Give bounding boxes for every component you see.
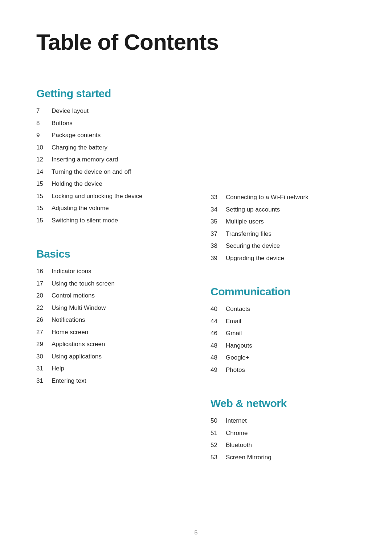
page-number: 17 bbox=[36, 279, 52, 288]
list-item: 52 Bluetooth bbox=[211, 440, 356, 450]
page-number: 40 bbox=[211, 304, 226, 314]
page-number: 30 bbox=[36, 352, 52, 361]
section-title-communication: Communication bbox=[211, 286, 356, 298]
page-number: 31 bbox=[36, 364, 52, 373]
toc-list-right-top: 33 Connecting to a Wi-Fi network 34 Sett… bbox=[211, 193, 356, 263]
page-number: 15 bbox=[36, 216, 52, 225]
content-grid: Getting started 7 Device layout 8 Button… bbox=[36, 87, 356, 485]
page-number: 52 bbox=[211, 440, 226, 450]
entry-text: Securing the device bbox=[226, 241, 280, 251]
page-number: 29 bbox=[36, 340, 52, 349]
footer-page-number: 5 bbox=[195, 529, 198, 535]
page-number: 15 bbox=[36, 204, 52, 213]
page-number: 34 bbox=[211, 205, 226, 214]
list-item: 30 Using applications bbox=[36, 352, 181, 361]
list-item: 15 Holding the device bbox=[36, 179, 181, 189]
list-item: 15 Switching to silent mode bbox=[36, 216, 181, 225]
page-number: 27 bbox=[36, 328, 52, 337]
list-item: 53 Screen Mirroring bbox=[211, 453, 356, 462]
section-basics: Basics 16 Indicator icons 17 Using the t… bbox=[36, 248, 181, 388]
list-item: 8 Buttons bbox=[36, 119, 181, 128]
entry-text: Email bbox=[226, 317, 241, 326]
list-item: 51 Chrome bbox=[211, 428, 356, 438]
section-title-basics: Basics bbox=[36, 248, 181, 260]
page-number: 35 bbox=[211, 217, 226, 226]
list-item: 40 Contacts bbox=[211, 304, 356, 314]
page-number: 48 bbox=[211, 341, 226, 350]
entry-text: Multiple users bbox=[226, 217, 264, 226]
section-getting-started: Getting started 7 Device layout 8 Button… bbox=[36, 87, 181, 228]
entry-text: Applications screen bbox=[52, 340, 105, 349]
left-column: Getting started 7 Device layout 8 Button… bbox=[36, 87, 181, 485]
entry-text: Entering text bbox=[52, 376, 86, 386]
list-item: 37 Transferring files bbox=[211, 229, 356, 239]
page-number: 39 bbox=[211, 254, 226, 263]
list-item: 44 Email bbox=[211, 317, 356, 326]
page-title: Table of Contents bbox=[36, 29, 356, 55]
page-number: 51 bbox=[211, 428, 226, 438]
page-number: 14 bbox=[36, 167, 52, 177]
list-item: 9 Package contents bbox=[36, 131, 181, 140]
list-item: 26 Notifications bbox=[36, 315, 181, 325]
entry-text: Screen Mirroring bbox=[226, 453, 271, 462]
list-item: 22 Using Multi Window bbox=[36, 303, 181, 313]
entry-text: Package contents bbox=[52, 131, 101, 140]
entry-text: Setting up accounts bbox=[226, 205, 280, 214]
entry-text: Internet bbox=[226, 416, 247, 426]
page-number: 33 bbox=[211, 193, 226, 202]
list-item: 12 Inserting a memory card bbox=[36, 155, 181, 164]
toc-list-getting-started: 7 Device layout 8 Buttons 9 Package cont… bbox=[36, 106, 181, 225]
entry-text: Contacts bbox=[226, 304, 250, 314]
page-number: 9 bbox=[36, 131, 52, 140]
page-number: 44 bbox=[211, 317, 226, 326]
entry-text: Home screen bbox=[52, 328, 88, 337]
list-item: 31 Entering text bbox=[36, 376, 181, 386]
entry-text: Holding the device bbox=[52, 179, 102, 189]
entry-text: Using the touch screen bbox=[52, 279, 115, 288]
section-title-web-network: Web & network bbox=[211, 397, 356, 410]
page-number: 16 bbox=[36, 267, 52, 276]
list-item: 15 Locking and unlocking the device bbox=[36, 192, 181, 201]
list-item: 29 Applications screen bbox=[36, 340, 181, 349]
list-item: 16 Indicator icons bbox=[36, 267, 181, 276]
entry-text: Using Multi Window bbox=[52, 303, 106, 313]
page-number: 10 bbox=[36, 143, 52, 152]
page-number: 22 bbox=[36, 303, 52, 313]
entry-text: Google+ bbox=[226, 353, 249, 362]
section-right-top: 33 Connecting to a Wi-Fi network 34 Sett… bbox=[211, 87, 356, 266]
entry-text: Indicator icons bbox=[52, 267, 91, 276]
entry-text: Gmail bbox=[226, 329, 242, 338]
list-item: 7 Device layout bbox=[36, 106, 181, 116]
page-number: 15 bbox=[36, 192, 52, 201]
entry-text: Connecting to a Wi-Fi network bbox=[226, 193, 309, 202]
list-item: 50 Internet bbox=[211, 416, 356, 426]
page-number: 31 bbox=[36, 376, 52, 386]
section-title-getting-started: Getting started bbox=[36, 87, 181, 100]
page-number: 20 bbox=[36, 291, 52, 300]
list-item: 31 Help bbox=[36, 364, 181, 373]
entry-text: Locking and unlocking the device bbox=[52, 192, 142, 201]
entry-text: Using applications bbox=[52, 352, 102, 361]
entry-text: Upgrading the device bbox=[226, 254, 284, 263]
page-number: 15 bbox=[36, 179, 52, 189]
entry-text: Inserting a memory card bbox=[52, 155, 118, 164]
page-number: 37 bbox=[211, 229, 226, 239]
list-item: 15 Adjusting the volume bbox=[36, 204, 181, 213]
entry-text: Transferring files bbox=[226, 229, 271, 239]
entry-text: Control motions bbox=[52, 291, 95, 300]
page-number: 8 bbox=[36, 119, 52, 128]
entry-text: Photos bbox=[226, 365, 245, 375]
page-number: 49 bbox=[211, 365, 226, 375]
page-number: 53 bbox=[211, 453, 226, 462]
page-number: 38 bbox=[211, 241, 226, 251]
list-item: 20 Control motions bbox=[36, 291, 181, 300]
list-item: 46 Gmail bbox=[211, 329, 356, 338]
entry-text: Charging the battery bbox=[52, 143, 107, 152]
entry-text: Turning the device on and off bbox=[52, 167, 131, 177]
list-item: 14 Turning the device on and off bbox=[36, 167, 181, 177]
list-item: 48 Hangouts bbox=[211, 341, 356, 350]
entry-text: Hangouts bbox=[226, 341, 252, 350]
page-number: 50 bbox=[211, 416, 226, 426]
entry-text: Adjusting the volume bbox=[52, 204, 109, 213]
toc-list-web-network: 50 Internet 51 Chrome 52 Bluetooth 53 Sc… bbox=[211, 416, 356, 462]
